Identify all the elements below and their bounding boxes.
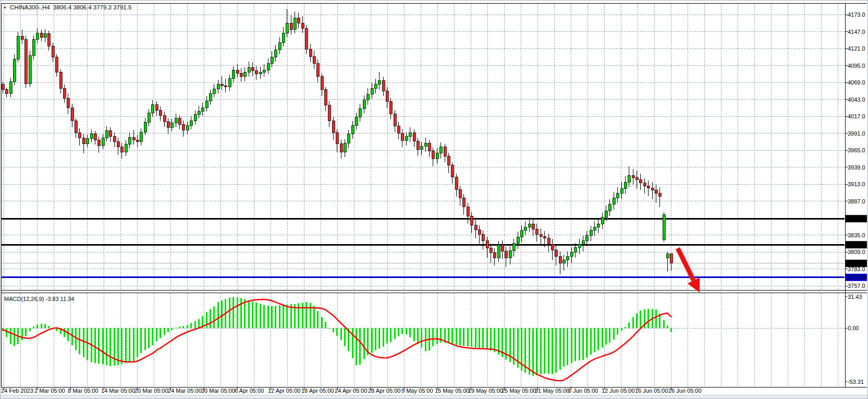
candle[interactable] — [444, 147, 446, 156]
candle[interactable] — [151, 105, 154, 113]
candle[interactable] — [251, 67, 254, 70]
candle[interactable] — [205, 101, 208, 108]
candle[interactable] — [67, 98, 69, 108]
candle[interactable] — [439, 147, 442, 153]
candle[interactable] — [585, 236, 588, 241]
candle[interactable] — [455, 177, 458, 189]
candle[interactable] — [209, 93, 212, 101]
candle[interactable] — [243, 72, 246, 77]
candle[interactable] — [167, 122, 169, 127]
candle[interactable] — [21, 36, 23, 39]
candle[interactable] — [547, 238, 550, 244]
candle[interactable] — [271, 57, 273, 64]
candle[interactable] — [29, 56, 31, 84]
candle[interactable] — [305, 28, 308, 49]
candle[interactable] — [413, 132, 415, 141]
candle[interactable] — [248, 67, 250, 72]
candle[interactable] — [512, 244, 515, 251]
candle[interactable] — [405, 137, 408, 141]
candle[interactable] — [294, 18, 296, 30]
candle[interactable] — [563, 260, 565, 263]
candle[interactable] — [651, 188, 654, 190]
candle[interactable] — [409, 132, 411, 137]
candle[interactable] — [102, 138, 104, 146]
candle[interactable] — [71, 108, 74, 121]
candle[interactable] — [82, 138, 85, 143]
candle[interactable] — [313, 56, 315, 64]
candle[interactable] — [490, 248, 492, 253]
candle[interactable] — [144, 122, 146, 132]
candle[interactable] — [344, 143, 346, 152]
candle[interactable] — [517, 237, 519, 244]
candle[interactable] — [340, 144, 343, 152]
candle[interactable] — [297, 18, 300, 23]
candle[interactable] — [47, 33, 50, 46]
candle[interactable] — [290, 23, 292, 30]
candle[interactable] — [371, 88, 373, 94]
candle[interactable] — [224, 86, 227, 87]
candle[interactable] — [132, 137, 135, 140]
candle[interactable] — [178, 118, 181, 124]
candle[interactable] — [666, 254, 669, 258]
candle[interactable] — [670, 253, 673, 263]
candle[interactable] — [520, 231, 523, 237]
candle[interactable] — [559, 257, 561, 263]
candle[interactable] — [540, 234, 542, 236]
candle[interactable] — [597, 224, 600, 227]
candle[interactable] — [259, 72, 262, 74]
candle[interactable] — [201, 108, 204, 111]
candle[interactable] — [486, 241, 488, 248]
candle[interactable] — [482, 234, 484, 241]
candle[interactable] — [359, 108, 361, 117]
candle[interactable] — [624, 182, 627, 189]
candle[interactable] — [447, 156, 450, 165]
candle[interactable] — [470, 216, 473, 225]
candle[interactable] — [120, 147, 123, 152]
candle[interactable] — [159, 111, 162, 116]
candle[interactable] — [125, 144, 127, 152]
candle[interactable] — [97, 140, 100, 146]
price-chart-canvas[interactable]: 4173.04147.04121.04095.04069.04043.04017… — [0, 0, 868, 399]
candle[interactable] — [332, 121, 335, 133]
candle[interactable] — [17, 36, 19, 59]
candle[interactable] — [643, 183, 646, 186]
candle[interactable] — [570, 252, 573, 257]
candle[interactable] — [555, 250, 557, 257]
candle[interactable] — [574, 247, 577, 252]
candle[interactable] — [55, 57, 58, 72]
candle[interactable] — [524, 227, 527, 231]
candle[interactable] — [616, 194, 619, 198]
candle[interactable] — [478, 230, 481, 235]
candle[interactable] — [328, 105, 331, 121]
candle[interactable] — [647, 186, 650, 188]
candle[interactable] — [140, 132, 142, 142]
candle[interactable] — [186, 126, 189, 130]
candle[interactable] — [274, 50, 277, 57]
candle[interactable] — [44, 33, 46, 38]
candle[interactable] — [535, 229, 538, 234]
candle[interactable] — [493, 252, 496, 258]
candle[interactable] — [75, 121, 77, 133]
candle[interactable] — [136, 140, 139, 142]
candle[interactable] — [389, 101, 392, 114]
candle[interactable] — [497, 245, 500, 258]
candle[interactable] — [2, 84, 4, 90]
candle[interactable] — [324, 90, 327, 105]
candle[interactable] — [605, 211, 607, 217]
candle[interactable] — [351, 126, 354, 134]
candle[interactable] — [25, 40, 27, 84]
candle[interactable] — [9, 82, 12, 94]
candle[interactable] — [397, 126, 400, 134]
candle[interactable] — [236, 70, 239, 73]
candle[interactable] — [459, 189, 461, 198]
candle[interactable] — [467, 207, 469, 216]
candle[interactable] — [255, 71, 258, 74]
candle[interactable] — [663, 215, 665, 240]
candle[interactable] — [608, 204, 611, 211]
candle[interactable] — [635, 178, 638, 180]
candle[interactable] — [36, 33, 39, 40]
candle[interactable] — [282, 33, 285, 43]
candle[interactable] — [228, 79, 231, 87]
candle[interactable] — [63, 88, 66, 98]
candle[interactable] — [321, 77, 323, 90]
